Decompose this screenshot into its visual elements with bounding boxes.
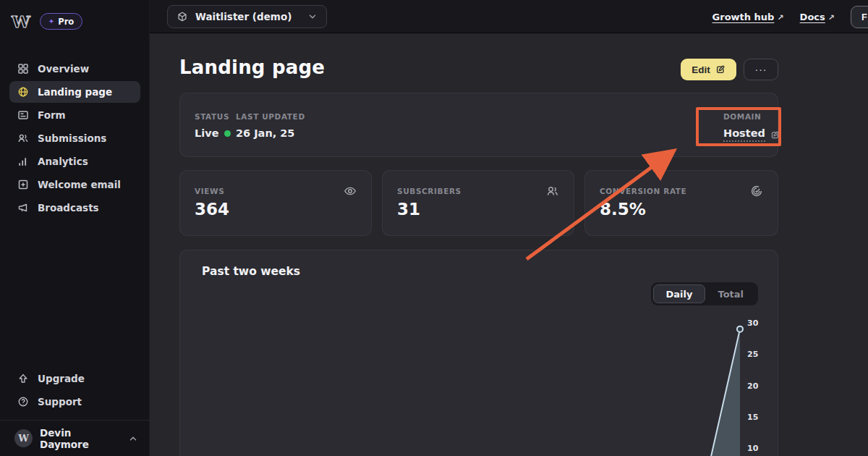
waitlister-logo: W	[12, 12, 30, 31]
arrow-up-icon	[17, 373, 29, 384]
globe-icon	[17, 86, 29, 98]
svg-text:30: 30	[747, 318, 759, 328]
sidebar-item-analytics[interactable]: Analytics	[9, 151, 140, 172]
users-icon	[546, 185, 559, 198]
eye-icon	[344, 185, 357, 198]
domain-label: DOMAIN	[723, 112, 780, 121]
sidebar-item-label: Welcome email	[38, 179, 121, 190]
main-content: Landing page Edit ··· STATUS Live LAST U…	[150, 33, 868, 456]
domain-value: Hosted	[723, 127, 780, 142]
sidebar-item-label: Submissions	[38, 132, 106, 144]
toggle-total[interactable]: Total	[705, 284, 756, 303]
users-icon	[17, 132, 29, 144]
sidebar: W ✦ Pro Overview Landing page	[0, 0, 150, 456]
domain-text: Hosted	[723, 127, 765, 142]
more-options-button[interactable]: ···	[744, 59, 778, 80]
sidebar-item-label: Overview	[38, 63, 89, 75]
last-updated-column: LAST UPDATED 26 Jan, 25	[236, 112, 305, 139]
sidebar-item-upgrade[interactable]: Upgrade	[9, 368, 140, 389]
live-dot-icon	[224, 130, 231, 137]
user-name: Devin Daymore	[40, 427, 121, 450]
edit-icon	[715, 64, 726, 75]
topbar-links: Growth hub↗ Docs↗ F	[712, 0, 868, 33]
chevron-down-icon	[307, 12, 318, 22]
avatar: W	[14, 429, 33, 447]
last-updated-label: LAST UPDATED	[236, 112, 305, 121]
edit-domain-icon[interactable]	[770, 130, 780, 140]
docs-link[interactable]: Docs↗	[800, 12, 835, 22]
logo-row: W ✦ Pro	[12, 12, 82, 31]
external-link-icon: ↗	[777, 13, 783, 22]
sidebar-item-submissions[interactable]: Submissions	[9, 127, 140, 149]
edit-button[interactable]: Edit	[681, 59, 736, 80]
sidebar-item-label: Broadcasts	[38, 202, 99, 214]
sparkle-icon: ✦	[48, 17, 54, 25]
user-menu[interactable]: W Devin Daymore	[0, 421, 150, 456]
sidebar-footer: Upgrade Support W Devin Daymore	[0, 366, 150, 456]
external-link-icon: ↗	[828, 13, 835, 22]
cube-icon	[176, 11, 188, 22]
views-value: 364	[195, 200, 229, 219]
project-selector[interactable]: Waitlister (demo)	[167, 5, 327, 28]
subscribers-value: 31	[397, 200, 420, 219]
sidebar-item-support[interactable]: Support	[9, 391, 140, 413]
project-name: Waitlister (demo)	[195, 11, 300, 22]
app-window: W ✦ Pro Overview Landing page	[0, 0, 868, 456]
sidebar-item-broadcasts[interactable]: Broadcasts	[9, 197, 140, 219]
status-card: STATUS Live LAST UPDATED 26 Jan, 25 DOMA…	[179, 93, 778, 157]
status-value: Live	[195, 127, 231, 139]
svg-text:25: 25	[747, 350, 758, 359]
form-icon	[17, 109, 29, 121]
topbar: Waitlister (demo) Growth hub↗ Docs↗ F	[150, 0, 868, 33]
growth-hub-link[interactable]: Growth hub↗	[712, 12, 784, 22]
subscribers-card: SUBSCRIBERS 31	[382, 170, 574, 236]
area-chart: 1015202530	[180, 312, 778, 456]
edit-button-label: Edit	[692, 64, 710, 75]
megaphone-icon	[17, 202, 29, 214]
question-icon	[17, 396, 29, 408]
status-text: Live	[195, 127, 219, 139]
domain-column: DOMAIN Hosted	[723, 112, 780, 142]
page-title: Landing page	[179, 56, 325, 78]
status-label: STATUS	[195, 112, 231, 121]
pro-badge[interactable]: ✦ Pro	[40, 13, 82, 30]
sidebar-item-overview[interactable]: Overview	[9, 58, 140, 80]
conversion-rate-label: CONVERSION RATE	[600, 187, 686, 195]
sidebar-item-label: Analytics	[38, 156, 88, 167]
chart-title: Past two weeks	[202, 265, 300, 278]
chart-card: Past two weeks Daily Total 1015202530	[179, 250, 778, 456]
last-updated-value: 26 Jan, 25	[236, 127, 305, 139]
square-plus-icon	[17, 179, 29, 190]
svg-text:15: 15	[747, 413, 758, 422]
pro-badge-label: Pro	[58, 17, 74, 27]
views-card: VIEWS 364	[179, 170, 372, 236]
sidebar-item-label: Upgrade	[38, 373, 85, 384]
sidebar-item-welcome-email[interactable]: Welcome email	[9, 174, 140, 195]
docs-label: Docs	[800, 12, 825, 22]
svg-text:20: 20	[747, 381, 759, 391]
status-column: STATUS Live	[195, 112, 231, 139]
chart-range-toggle: Daily Total	[651, 282, 758, 305]
sidebar-item-label: Landing page	[38, 86, 112, 98]
svg-text:10: 10	[747, 444, 759, 453]
toggle-daily[interactable]: Daily	[653, 284, 706, 303]
feedback-button[interactable]: F	[851, 6, 868, 28]
grid-icon	[17, 63, 29, 75]
sidebar-item-landing-page[interactable]: Landing page	[9, 81, 140, 103]
target-icon	[750, 185, 763, 198]
conversion-rate-value: 8.5%	[600, 200, 646, 219]
sidebar-item-label: Form	[38, 109, 66, 121]
bar-chart-icon	[17, 156, 29, 167]
sidebar-item-form[interactable]: Form	[9, 104, 140, 126]
growth-hub-label: Growth hub	[712, 12, 775, 22]
conversion-rate-card: CONVERSION RATE 8.5%	[584, 170, 778, 236]
sidebar-nav: Overview Landing page Form Submissions	[0, 56, 150, 220]
chevron-up-icon	[128, 434, 138, 444]
subscribers-label: SUBSCRIBERS	[397, 187, 461, 195]
views-label: VIEWS	[195, 187, 224, 195]
sidebar-item-label: Support	[38, 396, 82, 408]
